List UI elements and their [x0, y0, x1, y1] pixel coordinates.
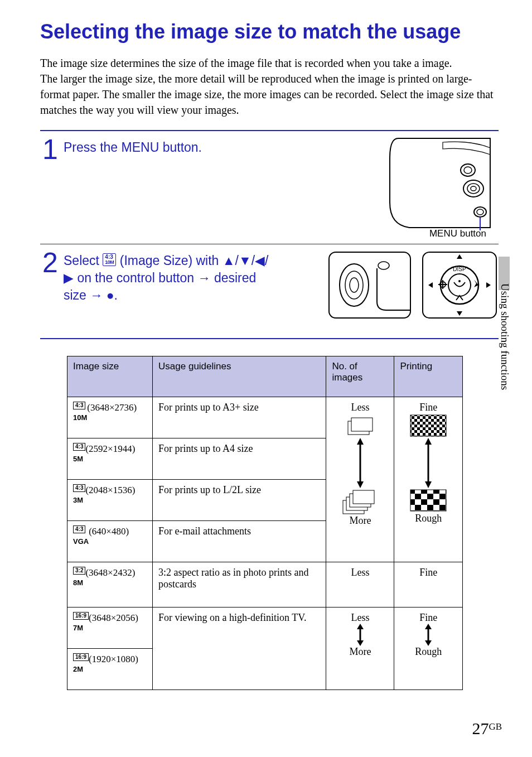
- step-2-illustration: DISP: [275, 249, 499, 321]
- step-1: 1 Press the MENU button. MENU button: [40, 131, 499, 244]
- svg-text:DISP: DISP: [453, 266, 466, 272]
- menu-button-caption: MENU button: [429, 228, 486, 239]
- size-cell: 4:35M(2592×1944): [67, 438, 153, 480]
- section-side-tab: Using shooting functions: [494, 257, 510, 424]
- double-arrow-icon: [423, 438, 434, 488]
- svg-marker-48: [425, 640, 432, 646]
- svg-point-6: [477, 209, 483, 215]
- step-2: 2 Select 4:310M (Image Size) with ▲/▼/◀/…: [40, 244, 499, 338]
- usage-cell: 3:2 aspect ratio as in photo prints and …: [153, 562, 326, 607]
- svg-marker-39: [425, 481, 432, 488]
- printing-cell: Fine: [394, 562, 463, 607]
- svg-rect-26: [351, 418, 373, 431]
- step-1-number: 1: [40, 136, 60, 163]
- usage-cell: For prints up to L/2L size: [153, 480, 326, 521]
- pages-many-icon: [342, 488, 379, 515]
- svg-point-12: [378, 262, 389, 269]
- double-arrow-icon: [355, 624, 366, 646]
- table-row: 4:310M(3648×2736) For prints up to A3+ s…: [67, 397, 463, 438]
- svg-point-21: [458, 280, 461, 282]
- svg-rect-42: [410, 490, 446, 511]
- size-cell: 3:28M(3648×2432): [67, 562, 153, 607]
- image-size-table: Image size Usage guidelines No. of image…: [67, 356, 463, 690]
- col-printing: Printing: [394, 356, 463, 397]
- printing-scale-2: Fine Rough: [394, 607, 463, 690]
- double-arrow-icon: [355, 438, 366, 488]
- usage-cell: For viewing on a high-definition TV.: [153, 607, 326, 690]
- svg-point-4: [471, 186, 476, 191]
- side-tab-label: Using shooting functions: [499, 283, 511, 390]
- checker-fine-icon: [409, 413, 448, 438]
- checker-rough-icon: [409, 488, 448, 513]
- size-cell: 4:33M(2048×1536): [67, 480, 153, 521]
- col-num-images: No. of images: [326, 356, 394, 397]
- usage-cell: For prints up to A4 size: [153, 438, 326, 480]
- col-usage: Usage guidelines: [153, 356, 326, 397]
- table-row: 16:97M(3648×2056) For viewing on a high-…: [67, 607, 463, 649]
- double-arrow-icon: [423, 624, 434, 646]
- step-2-text: Select 4:310M (Image Size) with ▲/▼/◀/▶ …: [64, 249, 275, 304]
- svg-marker-45: [357, 640, 364, 646]
- printing-scale-1: Fine Rough: [394, 397, 463, 562]
- table-header-row: Image size Usage guidelines No. of image…: [67, 356, 463, 397]
- col-image-size: Image size: [67, 356, 153, 397]
- svg-marker-44: [357, 624, 364, 629]
- size-cell: 4:3VGA(640×480): [67, 521, 153, 562]
- image-size-icon: 4:310M: [103, 253, 116, 266]
- svg-point-19: [448, 274, 471, 296]
- page-number: 27GB: [472, 719, 502, 738]
- step-1-illustration: [275, 136, 499, 230]
- page-title: Selecting the image size to match the us…: [40, 20, 499, 43]
- svg-rect-36: [410, 415, 446, 436]
- svg-marker-28: [357, 438, 364, 445]
- size-cell: 16:97M(3648×2056): [67, 607, 153, 649]
- size-cell: 16:92M(1920×1080): [67, 649, 153, 690]
- table-row: 3:28M(3648×2432) 3:2 aspect ratio as in …: [67, 562, 463, 607]
- intro-paragraph: The image size determines the size of th…: [40, 55, 499, 118]
- svg-point-11: [350, 278, 359, 292]
- svg-point-1: [464, 167, 472, 173]
- usage-cell: For e-mail attachments: [153, 521, 326, 562]
- svg-marker-29: [357, 481, 364, 488]
- svg-marker-47: [425, 624, 432, 629]
- steps-block: 1 Press the MENU button. MENU button: [40, 130, 499, 339]
- num-images-scale-2: Less More: [326, 607, 394, 690]
- usage-cell: For prints up to A3+ size: [153, 397, 326, 438]
- svg-rect-33: [353, 490, 374, 504]
- num-images-cell: Less: [326, 562, 394, 607]
- step-2-number: 2: [40, 249, 60, 277]
- svg-marker-38: [425, 438, 432, 445]
- pages-few-icon: [344, 413, 377, 438]
- step-2-pre: Select: [64, 253, 103, 268]
- size-cell: 4:310M(3648×2736): [67, 397, 153, 438]
- step-1-text: Press the MENU button.: [64, 136, 275, 156]
- num-images-scale-1: Less More: [326, 397, 394, 562]
